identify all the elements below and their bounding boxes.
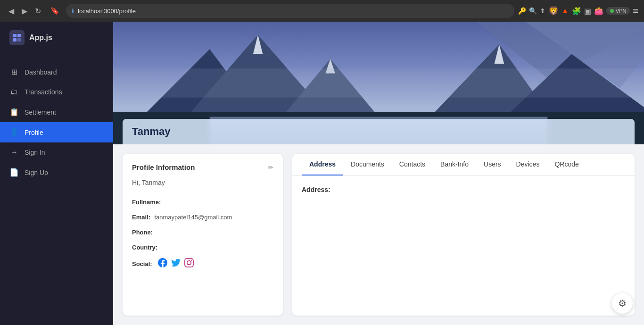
sidebar-label-profile: Profile: [25, 129, 43, 136]
tab-address[interactable]: Address: [302, 154, 343, 175]
instagram-icon[interactable]: [184, 258, 194, 270]
twitter-icon[interactable]: [171, 258, 181, 270]
email-value: tanmaypatel145@gmail.com: [154, 214, 232, 221]
key-icon: 🔑: [518, 7, 526, 15]
address-bar[interactable]: ℹ localhost:3000/profile: [66, 4, 514, 18]
country-field: Country:: [132, 243, 273, 251]
tab-qrcode[interactable]: QRcode: [547, 154, 586, 175]
main-content: Tanmay Profile Information ✏ Hi, Tanmay …: [113, 22, 644, 325]
nav-items: ⊞ Dashboard 🗂 Transactions 📋 Settlement …: [0, 54, 113, 190]
sidebar-item-transactions[interactable]: 🗂 Transactions: [0, 82, 113, 102]
hero-banner: Tanmay: [113, 22, 644, 144]
svg-rect-3: [17, 38, 21, 42]
transactions-icon: 🗂: [9, 88, 19, 96]
right-panel: Address Documents Contacts Bank-Info Use…: [292, 154, 635, 316]
profile-body: Profile Information ✏ Hi, Tanmay Fullnam…: [113, 144, 644, 325]
security-icon: ℹ: [72, 8, 74, 15]
profile-icon: 👤: [9, 128, 19, 137]
signin-icon: →: [9, 148, 19, 157]
phone-label: Phone:: [132, 229, 153, 236]
svg-rect-2: [13, 38, 17, 42]
bat-icon: ▲: [561, 7, 569, 15]
sidebar-item-signin[interactable]: → Sign In: [0, 142, 113, 162]
sidebar-label-transactions: Transactions: [25, 88, 62, 96]
email-label: Email:: [132, 214, 150, 221]
signup-icon: 📄: [9, 168, 19, 177]
country-label: Country:: [132, 244, 157, 251]
tab-users[interactable]: Users: [476, 154, 509, 175]
settings-icon: ⚙: [618, 298, 627, 309]
tab-documents[interactable]: Documents: [343, 154, 392, 175]
social-row: Social:: [132, 258, 273, 270]
settlement-icon: 📋: [9, 108, 19, 117]
tab-devices[interactable]: Devices: [509, 154, 547, 175]
sidebar: App.js ⊞ Dashboard 🗂 Transactions 📋 Sett…: [0, 22, 113, 325]
sidebar-item-settlement[interactable]: 📋 Settlement: [0, 102, 113, 122]
menu-icon[interactable]: ≡: [633, 6, 638, 17]
app-name: App.js: [29, 33, 52, 42]
address-label: Address:: [302, 186, 330, 193]
vpn-badge[interactable]: VPN: [606, 7, 630, 15]
url-text: localhost:3000/profile: [78, 8, 136, 15]
edit-icon[interactable]: ✏: [268, 164, 273, 171]
forward-button[interactable]: ▶: [19, 5, 30, 17]
dashboard-icon: ⊞: [9, 67, 19, 76]
username-text: Tanmay: [132, 125, 171, 137]
svg-rect-0: [13, 34, 17, 37]
social-icons: [158, 258, 194, 270]
sidebar-toggle-icon[interactable]: ▣: [584, 7, 591, 16]
svg-rect-17: [113, 68, 644, 97]
tab-bank-info[interactable]: Bank-Info: [433, 154, 476, 175]
svg-rect-1: [17, 34, 21, 37]
share-icon: ⬆: [540, 7, 545, 15]
profile-card-header: Profile Information ✏: [132, 163, 273, 171]
sidebar-logo: App.js: [0, 22, 113, 54]
user-name-bar: Tanmay: [123, 119, 635, 144]
sidebar-label-signin: Sign In: [25, 149, 45, 156]
sidebar-item-dashboard[interactable]: ⊞ Dashboard: [0, 62, 113, 82]
profile-card-title: Profile Information: [132, 163, 195, 171]
greeting-text: Hi, Tanmay: [132, 179, 273, 186]
bookmark-button[interactable]: 🔖: [48, 5, 62, 17]
fullname-field: Fullname:: [132, 198, 273, 206]
sidebar-label-settlement: Settlement: [25, 108, 56, 116]
reload-button[interactable]: ↻: [32, 5, 44, 17]
vpn-status-dot: [610, 9, 614, 13]
fullname-label: Fullname:: [132, 199, 161, 206]
email-field: Email: tanmaypatel145@gmail.com: [132, 213, 273, 221]
browser-nav: ◀ ▶ ↻: [6, 5, 44, 17]
sidebar-label-dashboard: Dashboard: [25, 68, 57, 76]
sidebar-item-signup[interactable]: 📄 Sign Up: [0, 162, 113, 183]
brave-icon: 🦁: [548, 6, 559, 16]
tabs-bar: Address Documents Contacts Bank-Info Use…: [292, 154, 635, 176]
phone-field: Phone:: [132, 228, 273, 236]
browser-actions: 🔑 🔍 ⬆ 🦁 ▲ 🧩 ▣ 👛 VPN ≡: [518, 6, 638, 17]
back-button[interactable]: ◀: [6, 5, 17, 17]
profile-card: Profile Information ✏ Hi, Tanmay Fullnam…: [123, 154, 283, 316]
social-label: Social:: [132, 260, 152, 267]
vpn-label: VPN: [616, 8, 627, 14]
app-layout: App.js ⊞ Dashboard 🗂 Transactions 📋 Sett…: [0, 22, 644, 325]
tab-contacts[interactable]: Contacts: [392, 154, 433, 175]
tab-content-address: Address:: [292, 176, 635, 316]
facebook-icon[interactable]: [158, 258, 167, 270]
browser-chrome: ◀ ▶ ↻ 🔖 ℹ localhost:3000/profile 🔑 🔍 ⬆ 🦁…: [0, 0, 644, 22]
sidebar-label-signup: Sign Up: [25, 169, 48, 176]
extensions-icon: 🧩: [572, 7, 581, 16]
wallet-icon: 👛: [594, 7, 603, 16]
app-logo-icon: [9, 30, 25, 45]
settings-fab[interactable]: ⚙: [612, 293, 633, 314]
sidebar-item-profile[interactable]: 👤 Profile: [0, 122, 113, 142]
search-lens-icon: 🔍: [529, 7, 537, 15]
